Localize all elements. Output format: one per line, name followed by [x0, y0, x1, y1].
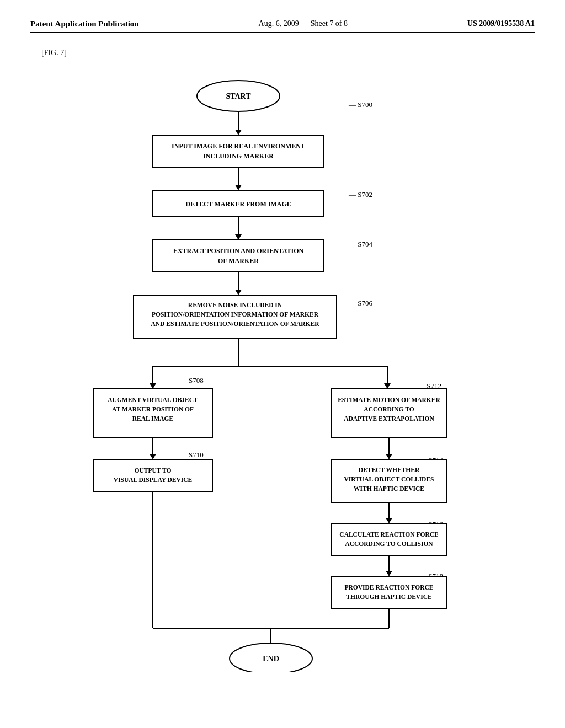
svg-marker-96: [386, 518, 392, 523]
patent-number: US 2009/0195538 A1: [467, 19, 535, 29]
svg-marker-88: [150, 383, 156, 389]
svg-marker-94: [386, 454, 392, 459]
s714-text1: DETECT WHETHER: [359, 467, 420, 473]
s708-text3: REAL IMAGE: [132, 415, 174, 422]
s716-box: [331, 523, 447, 555]
s710-label-text: S710: [189, 451, 204, 459]
header-center: Aug. 6, 2009 Sheet 7 of 8: [259, 19, 348, 29]
s706-text3: AND ESTIMATE POSITION/ORIENTATION OF MAR…: [151, 320, 320, 327]
s700-text2: INCLUDING MARKER: [203, 152, 274, 160]
s704-box: [153, 240, 324, 272]
s704-text1: EXTRACT POSITION AND ORIENTATION: [173, 247, 304, 255]
s712-text3: ADAPTIVE EXTRAPOLATION: [344, 415, 434, 422]
svg-marker-78: [235, 130, 242, 135]
s700-box: [153, 135, 324, 167]
pub-date: Aug. 6, 2009: [259, 19, 299, 28]
s700-label: — S700: [348, 100, 372, 109]
svg-marker-84: [235, 290, 242, 295]
end-label: END: [263, 655, 279, 663]
flowchart-container: START — S700 INPUT IMAGE FOR REAL ENVIRO…: [30, 66, 535, 672]
s710-box: [94, 459, 212, 491]
s702-text: DETECT MARKER FROM IMAGE: [185, 200, 291, 208]
main-page: Patent Application Publication Aug. 6, 2…: [0, 0, 565, 728]
flowchart: START — S700 INPUT IMAGE FOR REAL ENVIRO…: [62, 66, 503, 672]
s718-box: [331, 576, 447, 608]
s702-label: — S702: [348, 190, 372, 199]
s708-text2: AT MARKER POSITION OF: [112, 406, 194, 413]
svg-marker-90: [384, 383, 391, 389]
s716-text1: CALCULATE REACTION FORCE: [339, 531, 439, 538]
header: Patent Application Publication Aug. 6, 2…: [30, 19, 535, 33]
s714-text2: VIRTUAL OBJECT COLLIDES: [344, 476, 434, 483]
s700-text1: INPUT IMAGE FOR REAL ENVIRONMENT: [172, 142, 305, 150]
s706-text2: POSITION/ORIENTATION INFORMATION OF MARK…: [152, 311, 319, 318]
publication-label: Patent Application Publication: [30, 19, 139, 29]
s710-text2: VISUAL DISPLAY DEVICE: [114, 477, 193, 483]
s718-text1: PROVIDE REACTION FORCE: [344, 584, 433, 591]
svg-marker-92: [150, 454, 156, 459]
s716-text2: ACCORDING TO COLLISION: [345, 540, 433, 547]
sheet-info: Sheet 7 of 8: [311, 19, 348, 28]
s718-text2: THROUGH HAPTIC DEVICE: [346, 593, 432, 600]
s710-text1: OUTPUT TO: [135, 467, 172, 474]
s704-label: — S704: [348, 240, 372, 248]
figure-label: [FIG. 7]: [41, 49, 535, 57]
s712-text1: ESTIMATE MOTION OF MARKER: [338, 397, 440, 403]
start-label: START: [226, 92, 251, 100]
s708-text1: AUGMENT VIRTUAL OBJECT: [108, 397, 198, 403]
s712-text2: ACCORDING TO: [364, 406, 414, 413]
s708-label-text: S708: [189, 376, 204, 384]
s714-text3: WITH HAPTIC DEVICE: [354, 485, 424, 492]
svg-marker-82: [235, 234, 242, 240]
s706-label: — S706: [348, 299, 372, 307]
s706-text1: REMOVE NOISE INCLUDED IN: [188, 302, 282, 308]
svg-marker-98: [386, 571, 392, 576]
svg-marker-80: [235, 185, 242, 190]
s704-text2: OF MARKER: [218, 257, 259, 265]
